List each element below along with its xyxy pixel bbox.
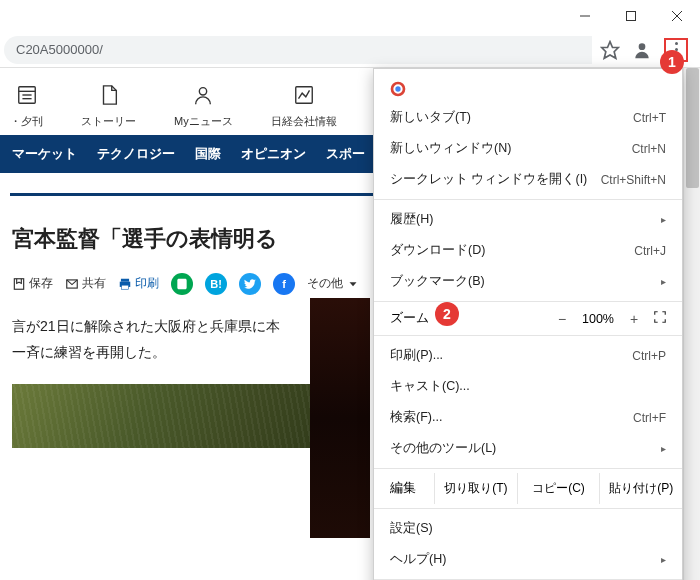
tab-international[interactable]: 国際	[195, 145, 221, 163]
menu-edit-row: 編集 切り取り(T) コピー(C) 貼り付け(P)	[374, 473, 682, 504]
annotation-badge-2: 2	[435, 302, 459, 326]
menu-paste[interactable]: 貼り付け(P)	[599, 473, 682, 504]
menu-more-tools[interactable]: その他のツール(L)	[374, 433, 682, 464]
chrome-menu: 新しいタブ(T)Ctrl+T 新しいウィンドウ(N)Ctrl+N シークレット …	[373, 68, 683, 580]
chart-icon	[291, 82, 317, 108]
facebook-icon[interactable]: f	[273, 273, 295, 295]
share-action[interactable]: 共有	[65, 275, 106, 292]
twitter-icon[interactable]	[239, 273, 261, 295]
address-bar: C20A5000000/	[0, 32, 700, 68]
menu-find[interactable]: 検索(F)...Ctrl+F	[374, 402, 682, 433]
nav-company[interactable]: 日経会社情報	[271, 82, 337, 129]
nav-evening[interactable]: ・夕刊	[10, 82, 43, 129]
svg-point-10	[200, 88, 207, 95]
save-action[interactable]: 保存	[12, 275, 53, 292]
close-button[interactable]	[654, 0, 700, 32]
document-icon	[96, 82, 122, 108]
vertical-scrollbar[interactable]	[683, 68, 700, 580]
profile-icon[interactable]	[632, 40, 652, 60]
svg-rect-17	[121, 279, 129, 282]
evernote-icon[interactable]	[171, 273, 193, 295]
menu-copy[interactable]: コピー(C)	[517, 473, 600, 504]
maximize-button[interactable]	[608, 0, 654, 32]
menu-settings[interactable]: 設定(S)	[374, 513, 682, 544]
tab-market[interactable]: マーケット	[12, 145, 77, 163]
star-icon[interactable]	[600, 40, 620, 60]
nav-story[interactable]: ストーリー	[81, 82, 136, 129]
nav-label: 日経会社情報	[271, 114, 337, 129]
svg-marker-20	[350, 282, 357, 286]
window-titlebar	[0, 0, 700, 32]
svg-rect-19	[122, 285, 129, 289]
nav-label: Myニュース	[174, 114, 233, 129]
nav-label: ・夕刊	[10, 114, 43, 129]
tab-sports[interactable]: スポー	[326, 145, 365, 163]
svg-rect-15	[14, 279, 23, 290]
newspaper-icon	[14, 82, 40, 108]
menu-bookmarks[interactable]: ブックマーク(B)	[374, 266, 682, 297]
menu-new-window[interactable]: 新しいウィンドウ(N)Ctrl+N	[374, 133, 682, 164]
tab-technology[interactable]: テクノロジー	[97, 145, 175, 163]
menu-help[interactable]: ヘルプ(H)	[374, 544, 682, 575]
menu-incognito[interactable]: シークレット ウィンドウを開く(I)Ctrl+Shift+N	[374, 164, 682, 195]
svg-point-22	[395, 86, 400, 91]
url-input[interactable]: C20A5000000/	[4, 36, 592, 64]
menu-cast[interactable]: キャスト(C)...	[374, 371, 682, 402]
menu-print[interactable]: 印刷(P)...Ctrl+P	[374, 340, 682, 371]
nav-mynews[interactable]: Myニュース	[174, 82, 233, 129]
menu-header-icon	[374, 75, 682, 102]
person-icon	[190, 82, 216, 108]
svg-marker-4	[602, 41, 619, 58]
hatena-icon[interactable]: B!	[205, 273, 227, 295]
menu-zoom: ズーム − 100% +	[374, 306, 682, 331]
nav-label: ストーリー	[81, 114, 136, 129]
zoom-out-button[interactable]: −	[548, 311, 576, 327]
zoom-value: 100%	[576, 312, 620, 326]
menu-history[interactable]: 履歴(H)	[374, 204, 682, 235]
print-action[interactable]: 印刷	[118, 275, 159, 292]
minimize-button[interactable]	[562, 0, 608, 32]
zoom-in-button[interactable]: +	[620, 311, 648, 327]
menu-downloads[interactable]: ダウンロード(D)Ctrl+J	[374, 235, 682, 266]
fullscreen-button[interactable]	[648, 310, 672, 327]
svg-rect-1	[627, 12, 636, 21]
menu-cut[interactable]: 切り取り(T)	[434, 473, 517, 504]
other-action[interactable]: その他	[307, 275, 360, 292]
tab-opinion[interactable]: オピニオン	[241, 145, 306, 163]
annotation-badge-1: 1	[660, 50, 684, 74]
article-photo	[310, 298, 370, 538]
menu-new-tab[interactable]: 新しいタブ(T)Ctrl+T	[374, 102, 682, 133]
article-thumbnail[interactable]	[12, 384, 342, 448]
svg-point-5	[639, 43, 646, 50]
